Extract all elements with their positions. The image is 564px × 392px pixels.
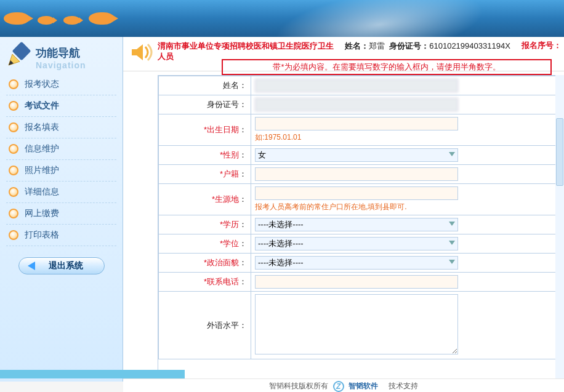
- exit-button[interactable]: 退出系统: [18, 257, 105, 274]
- label-text: *学历: [220, 220, 239, 229]
- row-lang: 外语水平：: [159, 292, 560, 359]
- select-value: 女: [258, 150, 266, 161]
- row-idno: 身份证号：: [159, 95, 560, 114]
- chevron-down-icon: [449, 222, 455, 226]
- id-label: 身份证号：: [389, 41, 429, 50]
- dot-icon: [9, 144, 18, 154]
- fish-icon: [89, 12, 113, 25]
- row-degree: *学位： ----未选择----: [159, 234, 560, 254]
- nav-item-form[interactable]: 报名填表: [6, 117, 116, 138]
- row-name: 姓名：: [159, 76, 560, 95]
- lang-textarea[interactable]: [255, 294, 458, 354]
- nav-item-label: 报名填表: [25, 122, 59, 132]
- row-origin: *生源地： 报考人员高考前的常住户口所在地,填到县即可.: [159, 184, 560, 215]
- scrollbar-thumb[interactable]: [556, 118, 563, 186]
- nav-item-docs[interactable]: 考试文件: [6, 95, 116, 117]
- label-text: *性别: [220, 150, 239, 159]
- nav-item-photo[interactable]: 照片维护: [6, 160, 116, 182]
- origin-input[interactable]: [255, 186, 458, 200]
- chevron-down-icon: [449, 241, 455, 245]
- announcement-title: 渭南市事业单位专项招聘校医和镇卫生院医疗卫生人员: [158, 41, 336, 62]
- tip-bar: 带*为必填内容。在需要填写数字的输入框内，请使用半角数字。: [222, 59, 552, 75]
- header-banner: [0, 0, 564, 37]
- chevron-down-icon: [449, 152, 455, 156]
- dot-icon: [9, 209, 18, 218]
- label-text: 姓名: [223, 81, 239, 90]
- form-wrap[interactable]: 姓名： 身份证号： *出生日期： 如:1975.01.01 *性别：: [158, 75, 560, 382]
- degree-select[interactable]: ----未选择----: [255, 237, 458, 250]
- nav-item-label: 报考状态: [25, 79, 59, 89]
- nav-item-status[interactable]: 报考状态: [6, 74, 116, 95]
- user-info: 姓名：郑雷 身份证号：61010219940331194X: [345, 41, 510, 52]
- origin-hint: 报考人员高考前的常住户口所在地,填到县即可.: [255, 202, 555, 212]
- nav-item-info[interactable]: 信息维护: [6, 138, 116, 160]
- chevron-down-icon: [449, 260, 455, 264]
- label-text: *学位: [220, 239, 239, 248]
- dot-icon: [9, 79, 18, 89]
- form-table: 姓名： 身份证号： *出生日期： 如:1975.01.01 *性别：: [158, 76, 560, 359]
- name-label: 姓名：: [345, 41, 369, 50]
- label-text: *联系电话: [204, 277, 239, 286]
- dot-icon: [9, 230, 18, 240]
- support-link[interactable]: 技术支持: [389, 382, 418, 390]
- dot-icon: [9, 187, 18, 197]
- name-value: 郑雷: [369, 41, 385, 50]
- label-text: *出生日期: [204, 125, 239, 134]
- nav-item-label: 详细信息: [25, 186, 59, 196]
- label-text: 外语水平: [207, 321, 239, 330]
- main-panel: 渭南市事业单位专项招聘校医和镇卫生院医疗卫生人员 姓名：郑雷 身份证号：6101…: [123, 37, 564, 382]
- nav-item-print[interactable]: 打印表格: [6, 225, 116, 246]
- nav-title-text: 功能导航: [36, 46, 116, 60]
- nav-title: 功能导航 Navigation: [0, 37, 123, 71]
- decor-strip: [0, 370, 185, 378]
- sidebar: 功能导航 Navigation 报考状态 考试文件 报名填表 信息维护 照片维护…: [0, 37, 123, 382]
- nav-item-label: 信息维护: [25, 143, 59, 153]
- row-birth: *出生日期： 如:1975.01.01: [159, 114, 560, 146]
- nav-item-label: 打印表格: [25, 230, 59, 239]
- nav-item-label: 网上缴费: [25, 208, 59, 218]
- select-value: ----未选择----: [258, 219, 304, 230]
- select-value: ----未选择----: [258, 257, 304, 268]
- label-text: 身份证号: [207, 100, 239, 109]
- nav-subtitle: Navigation: [36, 60, 116, 70]
- name-readonly: [255, 79, 458, 92]
- arrow-left-icon: [28, 262, 35, 270]
- label-text: *户籍: [220, 169, 239, 178]
- birth-hint: 如:1975.01.01: [255, 132, 555, 143]
- row-gender: *性别： 女: [159, 146, 560, 165]
- dot-icon: [9, 122, 18, 132]
- nav-item-pay[interactable]: 网上缴费: [6, 203, 116, 225]
- idno-readonly: [255, 98, 458, 111]
- nav-item-label: 考试文件: [25, 100, 59, 110]
- edu-select[interactable]: ----未选择----: [255, 218, 458, 231]
- gender-select[interactable]: 女: [255, 148, 458, 162]
- dot-icon: [9, 166, 18, 175]
- brand-name: 智韬软件: [348, 382, 378, 390]
- row-edu: *学历： ----未选择----: [159, 215, 560, 234]
- seq-label: 报名序号：: [522, 41, 562, 50]
- hukou-input[interactable]: [255, 167, 458, 181]
- dot-icon: [9, 101, 18, 111]
- main-header: 渭南市事业单位专项招聘校医和镇卫生院医疗卫生人员 姓名：郑雷 身份证号：6101…: [123, 37, 564, 71]
- birth-input[interactable]: [255, 117, 458, 130]
- exit-button-label: 退出系统: [49, 260, 83, 270]
- nav-list: 报考状态 考试文件 报名填表 信息维护 照片维护 详细信息 网上缴费 打印表格: [0, 71, 123, 249]
- fish-icon: [38, 16, 54, 25]
- speaker-icon: [129, 42, 154, 63]
- brand-logo-icon: Z: [333, 381, 344, 392]
- label-text: *政治面貌: [204, 258, 239, 267]
- nav-item-label: 照片维护: [25, 165, 59, 175]
- label-text: *生源地: [212, 194, 239, 204]
- phone-input[interactable]: [255, 275, 458, 289]
- fish-icon: [63, 16, 79, 25]
- copyright: 智韬科技版权所有: [269, 382, 328, 390]
- pen-icon: [6, 42, 32, 68]
- politics-select[interactable]: ----未选择----: [255, 256, 458, 270]
- row-hukou: *户籍：: [159, 165, 560, 184]
- scrollbar[interactable]: [555, 75, 564, 379]
- footer: 智韬科技版权所有 Z 智韬软件 技术支持: [123, 378, 564, 392]
- nav-item-detail[interactable]: 详细信息: [6, 182, 116, 203]
- select-value: ----未选择----: [258, 238, 304, 249]
- fish-icon: [4, 12, 28, 25]
- row-phone: *联系电话：: [159, 273, 560, 292]
